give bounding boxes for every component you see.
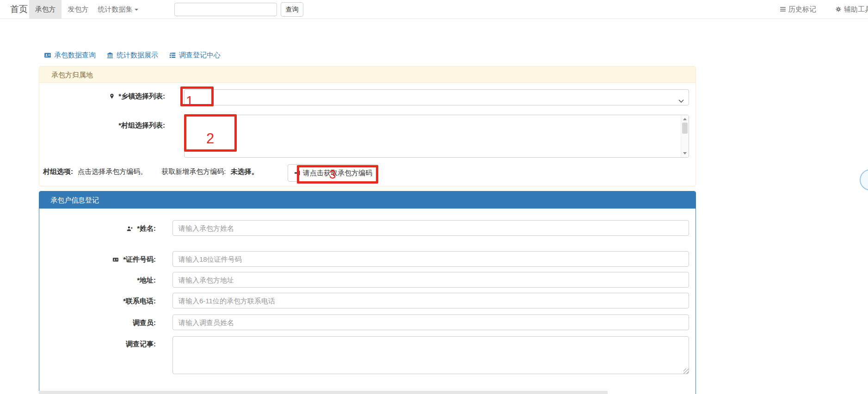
idcard-input[interactable] [172, 251, 689, 267]
floating-widget-button[interactable] [860, 169, 868, 191]
get-contractor-code-label: 请点击获取承包方编码 [303, 169, 372, 178]
village-list-scrollbar[interactable] [681, 115, 689, 157]
village-option-label: 村组选项: [43, 167, 73, 175]
top-navbar: 首页 承包方 发包方 统计数据集 查询 历史标记 辅助工具 [0, 0, 868, 19]
get-contractor-code-button[interactable]: 请点击获取承包方编码 [288, 164, 378, 182]
map-marker-icon [109, 93, 115, 99]
name-input[interactable] [172, 220, 689, 236]
survey-notes-label-text: 调查记事: [126, 340, 156, 348]
name-field-label: *姓名: [48, 224, 156, 233]
village-option-hint-row: 村组选项: 点击选择承包方编码。 获取新增承包方编码: 未选择。 [43, 167, 259, 176]
surveyor-input[interactable] [172, 314, 689, 330]
town-select[interactable] [184, 89, 689, 105]
chevron-down-icon [678, 96, 684, 104]
users-card-icon [44, 52, 51, 59]
caret-down-icon [135, 9, 138, 11]
nav-tab-statistics-label: 统计数据集 [98, 5, 133, 13]
new-code-status: 未选择。 [231, 167, 259, 175]
scrollbar-thumb[interactable] [682, 123, 688, 134]
link-statistics-display-label: 统计数据展示 [117, 51, 158, 60]
scrollbar-down-arrow-icon[interactable] [683, 152, 687, 154]
address-field-label: *地址: [48, 276, 156, 285]
idcard-field-label: *证件号码: [48, 255, 156, 264]
new-code-hint-label: 获取新增承包方编码: [161, 167, 226, 175]
nav-tab-issuer-label: 发包方 [68, 5, 89, 13]
nav-auxiliary-tools[interactable]: 辅助工具 [835, 0, 868, 18]
village-multiselect-list[interactable] [184, 115, 689, 158]
link-contract-data-query-label: 承包数据查询 [54, 51, 96, 60]
survey-notes-textarea[interactable] [172, 336, 689, 374]
quick-links-row: 承包数据查询 统计数据展示 调查登记中心 [44, 51, 221, 60]
registration-panel-title: 承包户信息登记 [39, 191, 696, 209]
nav-search-input[interactable] [174, 3, 277, 16]
phone-field-label: *联系电话: [48, 297, 156, 306]
bank-icon [106, 52, 114, 59]
location-panel-title: 承包方归属地 [39, 67, 696, 83]
phone-input[interactable] [172, 293, 689, 308]
textarea-resize-grip[interactable] [683, 369, 689, 374]
town-select-label: *乡镇选择列表: [39, 92, 165, 101]
nav-tab-issuer[interactable]: 发包方 [62, 0, 95, 18]
town-select-label-text: *乡镇选择列表: [118, 92, 165, 100]
village-list-label-text: *村组选择列表: [118, 121, 165, 129]
address-input[interactable] [172, 272, 689, 288]
address-label-text: *地址: [137, 276, 156, 284]
phone-label-text: *联系电话: [123, 297, 156, 305]
idcard-label-text: *证件号码: [123, 255, 156, 263]
user-plus-icon [126, 226, 133, 232]
nav-search-button[interactable]: 查询 [281, 2, 303, 17]
link-survey-registration-center[interactable]: 调查登记中心 [169, 51, 221, 60]
name-label-text: *姓名: [137, 224, 156, 232]
surveyor-label-text: 调查员: [133, 319, 156, 326]
sign-in-arrow-icon [294, 170, 301, 176]
gear-icon [835, 6, 842, 12]
surveyor-field-label: 调查员: [48, 319, 156, 327]
id-card-icon [112, 257, 119, 263]
nav-history-marks[interactable]: 历史标记 [780, 0, 816, 18]
nav-history-label: 历史标记 [788, 5, 816, 13]
scrollbar-up-arrow-icon[interactable] [683, 118, 687, 120]
village-list-label: *村组选择列表: [39, 121, 165, 130]
nav-tab-statistics-dropdown[interactable]: 统计数据集 [95, 0, 141, 18]
tasks-icon [169, 52, 176, 59]
link-survey-registration-label: 调查登记中心 [179, 51, 221, 60]
nav-tab-contractor[interactable]: 承包方 [29, 0, 62, 18]
next-section-edge [39, 391, 608, 394]
village-option-hint: 点击选择承包方编码。 [78, 167, 147, 175]
link-contract-data-query[interactable]: 承包数据查询 [44, 51, 96, 60]
bars-icon [780, 6, 786, 12]
nav-tab-contractor-label: 承包方 [35, 5, 56, 13]
link-statistics-display[interactable]: 统计数据展示 [106, 51, 158, 60]
survey-notes-field-label: 调查记事: [48, 340, 156, 349]
nav-auxiliary-label: 辅助工具 [844, 5, 868, 13]
